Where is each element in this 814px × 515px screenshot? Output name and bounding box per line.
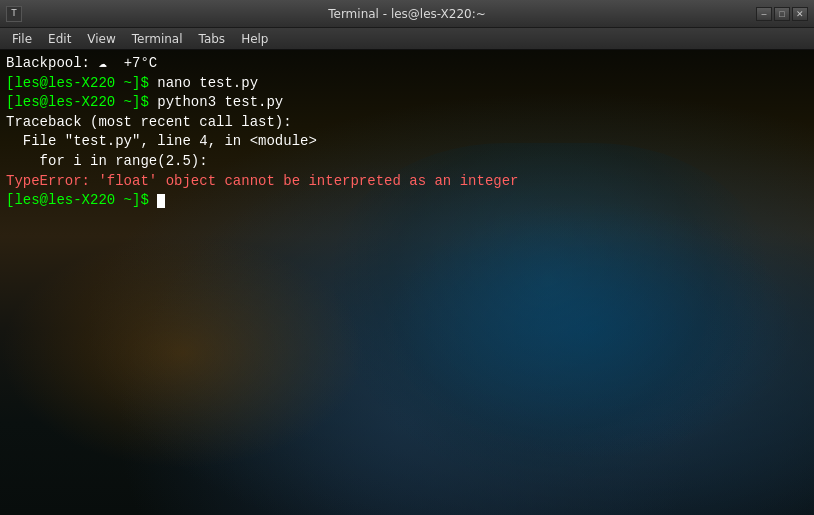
menu-tabs[interactable]: Tabs [191, 30, 234, 48]
cursor [157, 194, 165, 208]
menu-help[interactable]: Help [233, 30, 276, 48]
maximize-button[interactable]: □ [774, 7, 790, 21]
terminal-icon: T [6, 6, 22, 22]
titlebar: T Terminal - les@les-X220:~ – □ ✕ [0, 0, 814, 28]
prompt-2: [les@les-X220 ~]$ [6, 94, 157, 110]
bg-glow-orange [0, 236, 366, 469]
error-message: TypeError: 'float' object cannot be inte… [6, 172, 808, 192]
menu-view[interactable]: View [79, 30, 123, 48]
menu-file[interactable]: File [4, 30, 40, 48]
close-button[interactable]: ✕ [792, 7, 808, 21]
traceback-file: File "test.py", line 4, in <module> [6, 132, 808, 152]
cmd-text-2: python3 test.py [157, 94, 283, 110]
window-title: Terminal - les@les-X220:~ [328, 7, 486, 21]
menubar: File Edit View Terminal Tabs Help [0, 28, 814, 50]
cmd-line-1: [les@les-X220 ~]$ nano test.py [6, 74, 808, 94]
weather-output: Blackpool: ☁ +7°C [6, 54, 808, 74]
cmd-text-1: nano test.py [157, 75, 258, 91]
cmd-line-2: [les@les-X220 ~]$ python3 test.py [6, 93, 808, 113]
terminal-area[interactable]: Blackpool: ☁ +7°C [les@les-X220 ~]$ nano… [0, 50, 814, 515]
minimize-button[interactable]: – [756, 7, 772, 21]
prompt-3: [les@les-X220 ~]$ [6, 192, 157, 208]
cmd-line-3: [les@les-X220 ~]$ [6, 191, 808, 211]
traceback-code: for i in range(2.5): [6, 152, 808, 172]
traceback-header: Traceback (most recent call last): [6, 113, 808, 133]
menu-terminal[interactable]: Terminal [124, 30, 191, 48]
prompt-1: [les@les-X220 ~]$ [6, 75, 157, 91]
terminal-content: Blackpool: ☁ +7°C [les@les-X220 ~]$ nano… [0, 50, 814, 215]
menu-edit[interactable]: Edit [40, 30, 79, 48]
window-controls: – □ ✕ [756, 7, 808, 21]
